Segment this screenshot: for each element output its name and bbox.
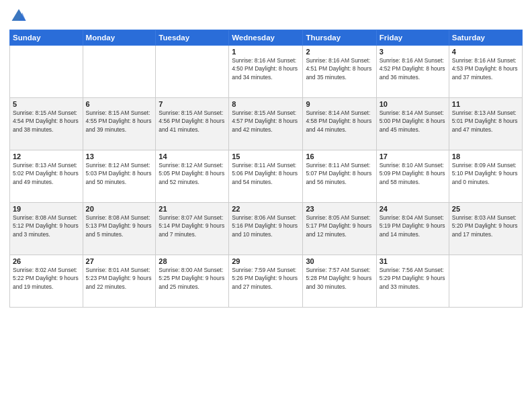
day-info: Sunrise: 8:08 AM Sunset: 5:12 PM Dayligh… [13, 214, 80, 238]
calendar-cell: 14Sunrise: 8:12 AM Sunset: 5:05 PM Dayli… [156, 150, 229, 203]
weekday-header-thursday: Thursday [303, 30, 376, 46]
day-info: Sunrise: 8:04 AM Sunset: 5:19 PM Dayligh… [380, 214, 446, 238]
day-number: 20 [86, 205, 153, 213]
day-number: 19 [13, 205, 80, 213]
calendar-week-1: 1Sunrise: 8:16 AM Sunset: 4:50 PM Daylig… [10, 46, 523, 98]
calendar-cell: 2Sunrise: 8:16 AM Sunset: 4:51 PM Daylig… [303, 46, 376, 98]
day-number: 13 [86, 152, 153, 161]
day-number: 18 [452, 152, 519, 161]
header [9, 7, 523, 26]
day-number: 10 [380, 100, 446, 108]
calendar-week-4: 19Sunrise: 8:08 AM Sunset: 5:12 PM Dayli… [10, 203, 523, 255]
day-info: Sunrise: 8:13 AM Sunset: 5:01 PM Dayligh… [452, 109, 519, 134]
calendar-cell: 23Sunrise: 8:05 AM Sunset: 5:17 PM Dayli… [303, 203, 376, 255]
day-number: 27 [86, 257, 153, 265]
calendar-table: SundayMondayTuesdayWednesdayThursdayFrid… [9, 30, 523, 308]
weekday-header-monday: Monday [83, 30, 156, 46]
calendar-cell: 21Sunrise: 8:07 AM Sunset: 5:14 PM Dayli… [156, 203, 229, 255]
day-info: Sunrise: 7:59 AM Sunset: 5:26 PM Dayligh… [232, 266, 300, 291]
calendar-cell: 4Sunrise: 8:16 AM Sunset: 4:53 PM Daylig… [449, 46, 522, 98]
day-number: 23 [306, 205, 373, 213]
calendar-cell: 5Sunrise: 8:15 AM Sunset: 4:54 PM Daylig… [10, 98, 83, 150]
calendar-cell [83, 46, 156, 98]
calendar-cell: 3Sunrise: 8:16 AM Sunset: 4:52 PM Daylig… [376, 46, 449, 98]
day-info: Sunrise: 8:13 AM Sunset: 5:02 PM Dayligh… [13, 161, 80, 186]
day-number: 28 [159, 257, 226, 265]
day-number: 2 [306, 48, 373, 56]
weekday-header-sunday: Sunday [10, 30, 83, 46]
day-info: Sunrise: 8:02 AM Sunset: 5:22 PM Dayligh… [13, 266, 80, 291]
weekday-header-friday: Friday [376, 30, 449, 46]
calendar-week-2: 5Sunrise: 8:15 AM Sunset: 4:54 PM Daylig… [10, 98, 523, 150]
calendar-cell: 19Sunrise: 8:08 AM Sunset: 5:12 PM Dayli… [10, 203, 83, 255]
calendar-cell: 30Sunrise: 7:57 AM Sunset: 5:28 PM Dayli… [303, 255, 376, 308]
day-number: 4 [452, 48, 519, 56]
day-info: Sunrise: 8:12 AM Sunset: 5:03 PM Dayligh… [86, 161, 153, 186]
calendar-cell [156, 46, 229, 98]
calendar-cell: 28Sunrise: 8:00 AM Sunset: 5:25 PM Dayli… [156, 255, 229, 308]
day-info: Sunrise: 8:11 AM Sunset: 5:07 PM Dayligh… [306, 161, 373, 186]
calendar-cell: 10Sunrise: 8:14 AM Sunset: 5:00 PM Dayli… [376, 98, 449, 150]
weekday-header-tuesday: Tuesday [156, 30, 229, 46]
day-info: Sunrise: 8:16 AM Sunset: 4:53 PM Dayligh… [452, 56, 519, 81]
calendar-cell: 27Sunrise: 8:01 AM Sunset: 5:23 PM Dayli… [83, 255, 156, 308]
day-info: Sunrise: 8:14 AM Sunset: 5:00 PM Dayligh… [380, 109, 446, 134]
day-info: Sunrise: 8:16 AM Sunset: 4:50 PM Dayligh… [232, 56, 300, 81]
weekday-header-saturday: Saturday [449, 30, 522, 46]
day-info: Sunrise: 8:11 AM Sunset: 5:06 PM Dayligh… [232, 161, 300, 186]
day-number: 25 [452, 205, 519, 213]
calendar-cell: 31Sunrise: 7:56 AM Sunset: 5:29 PM Dayli… [376, 255, 449, 308]
calendar-week-3: 12Sunrise: 8:13 AM Sunset: 5:02 PM Dayli… [10, 150, 523, 203]
day-info: Sunrise: 8:05 AM Sunset: 5:17 PM Dayligh… [306, 214, 373, 238]
day-info: Sunrise: 8:16 AM Sunset: 4:51 PM Dayligh… [306, 56, 373, 81]
logo [9, 7, 30, 26]
calendar-cell: 25Sunrise: 8:03 AM Sunset: 5:20 PM Dayli… [449, 203, 522, 255]
calendar-cell [10, 46, 83, 98]
day-number: 7 [159, 100, 226, 108]
day-info: Sunrise: 7:56 AM Sunset: 5:29 PM Dayligh… [380, 266, 446, 291]
day-info: Sunrise: 8:00 AM Sunset: 5:25 PM Dayligh… [159, 266, 226, 291]
day-info: Sunrise: 7:57 AM Sunset: 5:28 PM Dayligh… [306, 266, 373, 291]
calendar-cell: 7Sunrise: 8:15 AM Sunset: 4:56 PM Daylig… [156, 98, 229, 150]
calendar-cell: 15Sunrise: 8:11 AM Sunset: 5:06 PM Dayli… [229, 150, 303, 203]
day-number: 11 [452, 100, 519, 108]
calendar-cell [449, 255, 522, 308]
day-number: 14 [159, 152, 226, 161]
day-info: Sunrise: 8:03 AM Sunset: 5:20 PM Dayligh… [452, 214, 519, 238]
day-info: Sunrise: 8:06 AM Sunset: 5:16 PM Dayligh… [232, 214, 300, 238]
day-number: 21 [159, 205, 226, 213]
day-number: 1 [232, 48, 300, 56]
day-number: 24 [380, 205, 446, 213]
weekday-header-row: SundayMondayTuesdayWednesdayThursdayFrid… [10, 30, 523, 46]
day-info: Sunrise: 8:10 AM Sunset: 5:09 PM Dayligh… [380, 161, 446, 186]
day-number: 8 [232, 100, 300, 108]
day-number: 9 [306, 100, 373, 108]
day-info: Sunrise: 8:01 AM Sunset: 5:23 PM Dayligh… [86, 266, 153, 291]
day-info: Sunrise: 8:15 AM Sunset: 4:56 PM Dayligh… [159, 109, 226, 134]
weekday-header-wednesday: Wednesday [229, 30, 303, 46]
calendar-cell: 8Sunrise: 8:15 AM Sunset: 4:57 PM Daylig… [229, 98, 303, 150]
day-info: Sunrise: 8:16 AM Sunset: 4:52 PM Dayligh… [380, 56, 446, 81]
calendar-cell: 29Sunrise: 7:59 AM Sunset: 5:26 PM Dayli… [229, 255, 303, 308]
calendar-cell: 12Sunrise: 8:13 AM Sunset: 5:02 PM Dayli… [10, 150, 83, 203]
day-number: 30 [306, 257, 373, 265]
calendar-cell: 17Sunrise: 8:10 AM Sunset: 5:09 PM Dayli… [376, 150, 449, 203]
calendar-cell: 11Sunrise: 8:13 AM Sunset: 5:01 PM Dayli… [449, 98, 522, 150]
calendar-cell: 20Sunrise: 8:08 AM Sunset: 5:13 PM Dayli… [83, 203, 156, 255]
day-number: 16 [306, 152, 373, 161]
day-info: Sunrise: 8:14 AM Sunset: 4:58 PM Dayligh… [306, 109, 373, 134]
day-number: 12 [13, 152, 80, 161]
day-number: 29 [232, 257, 300, 265]
calendar-cell: 24Sunrise: 8:04 AM Sunset: 5:19 PM Dayli… [376, 203, 449, 255]
logo-icon [9, 7, 28, 26]
day-number: 22 [232, 205, 300, 213]
calendar-cell: 6Sunrise: 8:15 AM Sunset: 4:55 PM Daylig… [83, 98, 156, 150]
page: SundayMondayTuesdayWednesdayThursdayFrid… [0, 0, 532, 411]
day-info: Sunrise: 8:09 AM Sunset: 5:10 PM Dayligh… [452, 161, 519, 186]
calendar-cell: 9Sunrise: 8:14 AM Sunset: 4:58 PM Daylig… [303, 98, 376, 150]
calendar-cell: 22Sunrise: 8:06 AM Sunset: 5:16 PM Dayli… [229, 203, 303, 255]
day-info: Sunrise: 8:08 AM Sunset: 5:13 PM Dayligh… [86, 214, 153, 238]
day-number: 3 [380, 48, 446, 56]
day-info: Sunrise: 8:12 AM Sunset: 5:05 PM Dayligh… [159, 161, 226, 186]
day-number: 5 [13, 100, 80, 108]
